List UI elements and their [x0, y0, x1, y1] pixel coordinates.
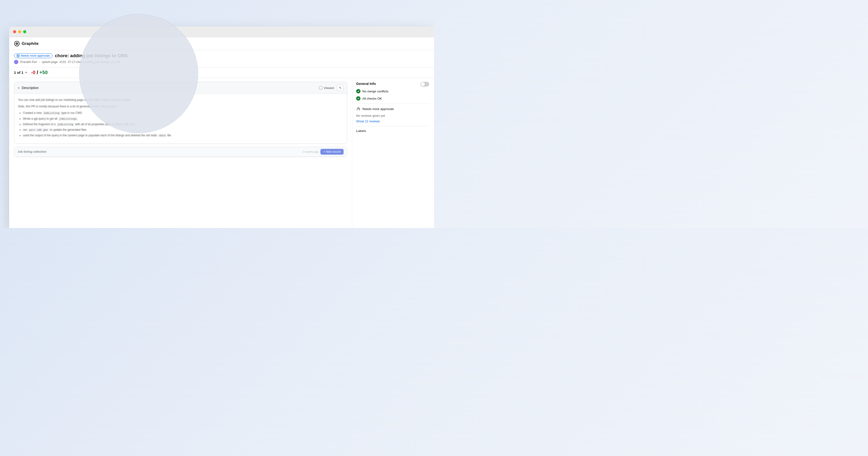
diff-controls: 1 of 1 ▼ -0 / +50: [9, 67, 434, 78]
description-section-header: ∧ Description Viewed ✎: [14, 82, 347, 94]
divider2: [356, 126, 430, 126]
section-title-text: Description: [22, 86, 38, 90]
desc-bullet-1: Created a new JobListing type in our CMS: [23, 111, 343, 115]
approvals-label: Needs more approvals: [362, 107, 394, 111]
title-bar: [9, 27, 434, 37]
viewed-check-box: [319, 86, 322, 89]
edit-button[interactable]: ✎: [337, 84, 344, 91]
needs-approvals-badge[interactable]: Needs more approvals: [14, 53, 53, 58]
collapse-icon[interactable]: ∧: [18, 86, 20, 89]
pr-branch-target: 07-17-chore_adding_job_listings_to_CM: [68, 60, 120, 64]
job-listing-header: Job listing collection 2 months ago + Ne…: [14, 147, 347, 157]
file-counter[interactable]: 1 of 1 ▼: [14, 70, 27, 75]
diff-separator: /: [37, 70, 38, 75]
job-listing-section: Job listing collection 2 months ago + Ne…: [14, 147, 347, 157]
file-panel: ∧ Description Viewed ✎: [9, 78, 352, 228]
desc-bullet-4: ran yarn sdk gen to update the generated…: [23, 127, 343, 132]
file-counter-text: 1 of 1: [14, 70, 23, 75]
author-avatar: [14, 60, 18, 64]
viewed-checkbox[interactable]: Viewed: [319, 86, 334, 90]
job-listing-timestamp: 2 months ago: [303, 150, 319, 153]
desc-bullet-5: used the output of the query in the care…: [23, 133, 343, 138]
badge-icon: [17, 54, 20, 57]
pr-number: #133: [60, 60, 66, 64]
merge-check-icon: [356, 89, 361, 93]
file-section-actions: Viewed ✎: [319, 84, 344, 91]
checks-item: All checks OK: [356, 96, 430, 101]
checks-label: All checks OK: [362, 97, 382, 101]
file-counter-arrow: ▼: [25, 71, 27, 74]
desc-bullet-3: Defined the fragment of a jobListing wit…: [23, 122, 343, 127]
pr-title-row: Needs more approvals chore: adding job l…: [14, 53, 429, 58]
pr-title: chore: adding job listings to CMS: [55, 53, 128, 58]
description-section: ∧ Description Viewed ✎: [14, 82, 347, 144]
pr-separator1: -: [39, 60, 40, 64]
svg-point-2: [17, 43, 18, 44]
viewed-label: Viewed: [324, 86, 334, 90]
no-reviews-text: No reviews given yet: [356, 114, 430, 117]
app-content: Graphite Needs more approvals chore: add…: [9, 37, 434, 228]
merge-conflicts-item: No merge conflicts: [356, 89, 430, 93]
desc-para2: Note, this PR is mostly because there is…: [18, 104, 343, 109]
app-name: Graphite: [22, 41, 38, 46]
description-section-title: ∧ Description: [18, 86, 38, 90]
browser-window: Graphite Needs more approvals chore: add…: [9, 27, 434, 228]
svg-point-4: [358, 107, 359, 109]
general-info-title: General Info: [356, 82, 430, 86]
graphite-logo-icon: [14, 41, 20, 47]
additions-count: +50: [39, 70, 48, 75]
traffic-light-close[interactable]: [13, 30, 16, 33]
desc-para1: You can now add job listings to our mark…: [18, 98, 343, 102]
divider1: [356, 104, 430, 104]
new-record-button[interactable]: + New record: [320, 149, 344, 155]
show-reviews-link[interactable]: Show 12 reviews: [356, 119, 430, 123]
description-content: You can now add job listings to our mark…: [14, 94, 347, 144]
info-panel: General Info No merge conflicts: [352, 78, 434, 228]
pr-title-bar: Needs more approvals chore: adding job l…: [9, 50, 434, 67]
approvals-icon: [356, 107, 361, 111]
labels-section-title: Labels: [356, 129, 430, 133]
main-layout: ∧ Description Viewed ✎: [9, 78, 434, 228]
badge-label: Needs more approvals: [21, 54, 50, 57]
pr-branch-source: splash-page: [42, 60, 57, 64]
toggle-knob: [421, 82, 425, 86]
traffic-light-minimize[interactable]: [18, 30, 21, 33]
desc-bullets: Created a new JobListing type in our CMS…: [18, 111, 343, 138]
pr-meta-row: Pranathi Peri - splash-page #133 07-17-c…: [14, 60, 429, 64]
deletions-count: -0: [31, 70, 35, 75]
toggle-switch[interactable]: [421, 82, 429, 87]
approvals-item: Needs more approvals: [356, 107, 430, 111]
checks-icon: [356, 96, 361, 101]
app-header: Graphite: [9, 37, 434, 50]
diff-stats: -0 / +50: [31, 70, 48, 75]
job-listing-title: Job listing collection: [18, 150, 46, 153]
pr-author: Pranathi Peri: [20, 60, 37, 64]
app-logo: Graphite: [14, 41, 38, 47]
edit-icon: ✎: [339, 86, 342, 90]
desc-bullet-2: Wrote a gql query to get all jobListings: [23, 117, 343, 121]
traffic-light-fullscreen[interactable]: [23, 30, 26, 33]
merge-conflicts-label: No merge conflicts: [362, 89, 389, 93]
